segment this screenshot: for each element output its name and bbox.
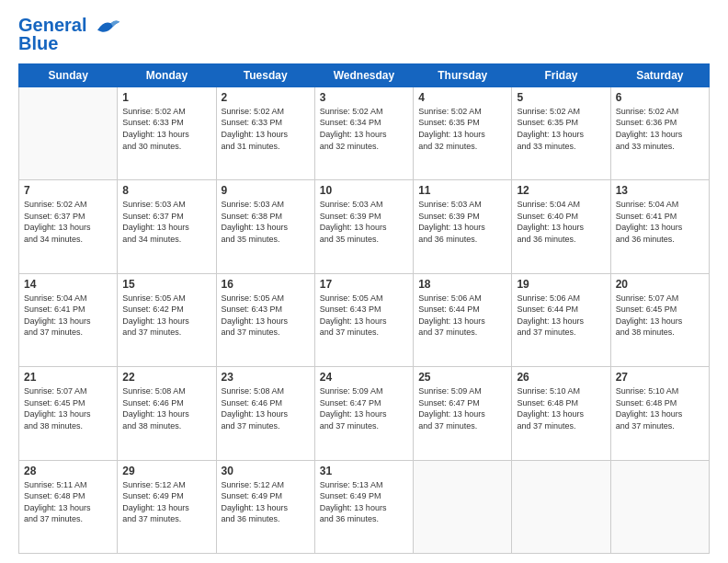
day-info: Sunrise: 5:03 AMSunset: 6:37 PMDaylight:…	[122, 199, 210, 245]
calendar-cell: 3Sunrise: 5:02 AMSunset: 6:34 PMDaylight…	[314, 86, 413, 179]
day-number: 23	[222, 371, 310, 384]
day-info: Sunrise: 5:03 AMSunset: 6:39 PMDaylight:…	[418, 199, 506, 245]
day-info: Sunrise: 5:04 AMSunset: 6:41 PMDaylight:…	[24, 293, 112, 339]
day-info: Sunrise: 5:02 AMSunset: 6:35 PMDaylight:…	[517, 106, 605, 152]
day-info: Sunrise: 5:05 AMSunset: 6:42 PMDaylight:…	[122, 293, 210, 339]
day-number: 10	[320, 184, 408, 197]
calendar-cell: 16Sunrise: 5:05 AMSunset: 6:43 PMDayligh…	[216, 273, 314, 366]
day-number: 5	[517, 91, 605, 104]
day-number: 11	[418, 184, 506, 197]
page: General Blue SundayMondayTuesdayWednesda…	[0, 0, 728, 563]
day-info: Sunrise: 5:10 AMSunset: 6:48 PMDaylight:…	[616, 385, 704, 431]
calendar-cell: 25Sunrise: 5:09 AMSunset: 6:47 PMDayligh…	[414, 367, 512, 460]
day-info: Sunrise: 5:08 AMSunset: 6:46 PMDaylight:…	[222, 385, 310, 431]
day-info: Sunrise: 5:02 AMSunset: 6:33 PMDaylight:…	[122, 106, 210, 152]
day-info: Sunrise: 5:09 AMSunset: 6:47 PMDaylight:…	[320, 385, 408, 431]
day-info: Sunrise: 5:03 AMSunset: 6:38 PMDaylight:…	[222, 199, 310, 245]
day-info: Sunrise: 5:07 AMSunset: 6:45 PMDaylight:…	[24, 385, 112, 431]
weekday-header-row: SundayMondayTuesdayWednesdayThursdayFrid…	[19, 63, 710, 86]
calendar-cell	[414, 460, 512, 553]
day-number: 16	[222, 278, 310, 291]
day-info: Sunrise: 5:02 AMSunset: 6:35 PMDaylight:…	[418, 106, 506, 152]
day-info: Sunrise: 5:09 AMSunset: 6:47 PMDaylight:…	[418, 385, 506, 431]
day-number: 7	[24, 184, 112, 197]
day-number: 24	[320, 371, 408, 384]
day-number: 9	[222, 184, 310, 197]
day-info: Sunrise: 5:13 AMSunset: 6:49 PMDaylight:…	[320, 479, 408, 525]
day-info: Sunrise: 5:03 AMSunset: 6:39 PMDaylight:…	[320, 199, 408, 245]
calendar-table: SundayMondayTuesdayWednesdayThursdayFrid…	[18, 63, 710, 554]
day-number: 3	[320, 91, 408, 104]
calendar-cell: 12Sunrise: 5:04 AMSunset: 6:40 PMDayligh…	[512, 180, 610, 273]
day-number: 14	[24, 278, 112, 291]
calendar-cell: 7Sunrise: 5:02 AMSunset: 6:37 PMDaylight…	[19, 180, 118, 273]
day-number: 18	[418, 278, 506, 291]
day-number: 4	[418, 91, 506, 104]
day-info: Sunrise: 5:04 AMSunset: 6:40 PMDaylight:…	[517, 199, 605, 245]
weekday-header: Sunday	[19, 63, 118, 86]
calendar-cell: 15Sunrise: 5:05 AMSunset: 6:42 PMDayligh…	[118, 273, 216, 366]
day-number: 19	[517, 278, 605, 291]
calendar-cell: 9Sunrise: 5:03 AMSunset: 6:38 PMDaylight…	[216, 180, 314, 273]
calendar-cell	[512, 460, 610, 553]
weekday-header: Friday	[512, 63, 610, 86]
calendar-cell: 28Sunrise: 5:11 AMSunset: 6:48 PMDayligh…	[19, 460, 118, 553]
calendar-cell: 4Sunrise: 5:02 AMSunset: 6:35 PMDaylight…	[414, 86, 512, 179]
calendar-cell: 6Sunrise: 5:02 AMSunset: 6:36 PMDaylight…	[610, 86, 709, 179]
day-info: Sunrise: 5:10 AMSunset: 6:48 PMDaylight:…	[517, 385, 605, 431]
day-number: 13	[616, 184, 704, 197]
calendar-week-row: 14Sunrise: 5:04 AMSunset: 6:41 PMDayligh…	[19, 273, 710, 366]
day-number: 27	[616, 371, 704, 384]
day-number: 6	[616, 91, 704, 104]
calendar-cell: 14Sunrise: 5:04 AMSunset: 6:41 PMDayligh…	[19, 273, 118, 366]
calendar-cell: 26Sunrise: 5:10 AMSunset: 6:48 PMDayligh…	[512, 367, 610, 460]
day-number: 26	[517, 371, 605, 384]
logo-bird-icon	[94, 17, 121, 37]
day-number: 1	[122, 91, 210, 104]
day-number: 30	[222, 465, 310, 477]
calendar-cell: 22Sunrise: 5:08 AMSunset: 6:46 PMDayligh…	[118, 367, 216, 460]
calendar-cell	[19, 86, 118, 179]
calendar-cell: 31Sunrise: 5:13 AMSunset: 6:49 PMDayligh…	[314, 460, 413, 553]
calendar-cell: 30Sunrise: 5:12 AMSunset: 6:49 PMDayligh…	[216, 460, 314, 553]
day-number: 12	[517, 184, 605, 197]
calendar-cell: 27Sunrise: 5:10 AMSunset: 6:48 PMDayligh…	[610, 367, 709, 460]
day-info: Sunrise: 5:06 AMSunset: 6:44 PMDaylight:…	[418, 293, 506, 339]
day-info: Sunrise: 5:02 AMSunset: 6:33 PMDaylight:…	[222, 106, 310, 152]
weekday-header: Saturday	[610, 63, 709, 86]
calendar-cell: 29Sunrise: 5:12 AMSunset: 6:49 PMDayligh…	[118, 460, 216, 553]
calendar-cell: 1Sunrise: 5:02 AMSunset: 6:33 PMDaylight…	[118, 86, 216, 179]
day-info: Sunrise: 5:12 AMSunset: 6:49 PMDaylight:…	[222, 479, 310, 525]
day-number: 28	[24, 465, 112, 477]
calendar-week-row: 21Sunrise: 5:07 AMSunset: 6:45 PMDayligh…	[19, 367, 710, 460]
calendar-week-row: 7Sunrise: 5:02 AMSunset: 6:37 PMDaylight…	[19, 180, 710, 273]
day-info: Sunrise: 5:12 AMSunset: 6:49 PMDaylight:…	[122, 479, 210, 525]
day-info: Sunrise: 5:08 AMSunset: 6:46 PMDaylight:…	[122, 385, 210, 431]
calendar-cell: 11Sunrise: 5:03 AMSunset: 6:39 PMDayligh…	[414, 180, 512, 273]
header: General Blue	[18, 15, 710, 54]
day-info: Sunrise: 5:05 AMSunset: 6:43 PMDaylight:…	[320, 293, 408, 339]
calendar-cell: 17Sunrise: 5:05 AMSunset: 6:43 PMDayligh…	[314, 273, 413, 366]
calendar-cell: 21Sunrise: 5:07 AMSunset: 6:45 PMDayligh…	[19, 367, 118, 460]
calendar-cell: 10Sunrise: 5:03 AMSunset: 6:39 PMDayligh…	[314, 180, 413, 273]
calendar-cell: 13Sunrise: 5:04 AMSunset: 6:41 PMDayligh…	[610, 180, 709, 273]
day-number: 25	[418, 371, 506, 384]
calendar-cell: 5Sunrise: 5:02 AMSunset: 6:35 PMDaylight…	[512, 86, 610, 179]
day-number: 17	[320, 278, 408, 291]
calendar-cell: 2Sunrise: 5:02 AMSunset: 6:33 PMDaylight…	[216, 86, 314, 179]
day-number: 31	[320, 465, 408, 477]
day-info: Sunrise: 5:02 AMSunset: 6:37 PMDaylight:…	[24, 199, 112, 245]
day-number: 15	[122, 278, 210, 291]
day-info: Sunrise: 5:02 AMSunset: 6:34 PMDaylight:…	[320, 106, 408, 152]
day-number: 29	[122, 465, 210, 477]
calendar-cell: 19Sunrise: 5:06 AMSunset: 6:44 PMDayligh…	[512, 273, 610, 366]
calendar-cell: 8Sunrise: 5:03 AMSunset: 6:37 PMDaylight…	[118, 180, 216, 273]
weekday-header: Monday	[118, 63, 216, 86]
weekday-header: Thursday	[414, 63, 512, 86]
day-number: 8	[122, 184, 210, 197]
day-info: Sunrise: 5:06 AMSunset: 6:44 PMDaylight:…	[517, 293, 605, 339]
day-info: Sunrise: 5:11 AMSunset: 6:48 PMDaylight:…	[24, 479, 112, 525]
calendar-cell	[610, 460, 709, 553]
day-number: 21	[24, 371, 112, 384]
weekday-header: Tuesday	[216, 63, 314, 86]
